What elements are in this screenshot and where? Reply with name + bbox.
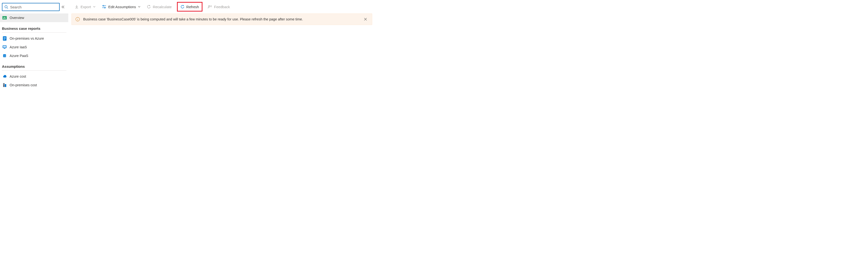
recalculate-label: Recalculate bbox=[153, 5, 172, 9]
nav-item-label: Azure cost bbox=[10, 74, 26, 78]
nav-item-label: Azure IaaS bbox=[10, 45, 27, 49]
svg-point-24 bbox=[104, 7, 105, 8]
svg-point-25 bbox=[209, 5, 210, 7]
section-reports-header: Business case reports bbox=[0, 22, 68, 32]
nav-azure-paas[interactable]: DB Azure PaaS bbox=[0, 52, 68, 60]
sidebar: Overview Business case reports On-premis… bbox=[0, 0, 68, 110]
recalculate-button[interactable]: Recalculate bbox=[146, 3, 173, 10]
search-row bbox=[0, 3, 68, 13]
search-box[interactable] bbox=[2, 3, 60, 11]
download-icon bbox=[75, 5, 79, 9]
chevron-down-icon bbox=[93, 5, 96, 8]
svg-point-22 bbox=[103, 5, 104, 6]
feedback-button[interactable]: Feedback bbox=[207, 3, 231, 10]
refresh-button[interactable]: Refresh bbox=[177, 2, 203, 11]
export-label: Export bbox=[81, 5, 91, 9]
svg-rect-17 bbox=[4, 84, 4, 84]
recalculate-icon bbox=[147, 5, 151, 9]
info-banner: Business case 'BusinessCase005' is being… bbox=[71, 13, 372, 25]
main: Export Edit Assumptions Recalculate Refr… bbox=[68, 0, 375, 110]
divider bbox=[2, 32, 66, 33]
svg-point-0 bbox=[5, 5, 7, 8]
nav-item-label: On-premises vs Azure bbox=[10, 36, 44, 40]
nav-onprem-vs-azure[interactable]: On-premises vs Azure bbox=[0, 34, 68, 43]
svg-rect-11 bbox=[3, 46, 6, 47]
edit-assumptions-label: Edit Assumptions bbox=[108, 5, 136, 9]
nav-overview-label: Overview bbox=[10, 16, 24, 20]
server-icon bbox=[2, 83, 7, 87]
nav-item-label: Azure PaaS bbox=[10, 54, 28, 58]
monitor-icon bbox=[2, 45, 7, 49]
feedback-icon bbox=[208, 5, 212, 9]
svg-rect-3 bbox=[3, 18, 4, 19]
nav-overview[interactable]: Overview bbox=[0, 13, 68, 22]
svg-rect-5 bbox=[5, 18, 5, 19]
nav-azure-iaas[interactable]: Azure IaaS bbox=[0, 43, 68, 52]
svg-rect-12 bbox=[4, 48, 5, 49]
svg-rect-4 bbox=[4, 17, 5, 19]
svg-rect-16 bbox=[5, 84, 6, 87]
nav-item-label: On-premises cost bbox=[10, 83, 37, 87]
chevron-double-left-icon bbox=[61, 5, 65, 9]
svg-rect-18 bbox=[4, 84, 4, 85]
svg-rect-9 bbox=[4, 39, 5, 40]
divider bbox=[2, 70, 66, 71]
sliders-icon bbox=[102, 5, 106, 9]
search-input[interactable] bbox=[10, 5, 57, 9]
feedback-label: Feedback bbox=[214, 5, 230, 9]
collapse-sidebar-button[interactable] bbox=[60, 3, 66, 11]
svg-line-1 bbox=[7, 8, 8, 9]
cloud-icon bbox=[2, 74, 7, 78]
info-icon bbox=[75, 17, 80, 21]
svg-rect-7 bbox=[4, 37, 6, 38]
chevron-down-icon bbox=[138, 5, 141, 8]
nav-onprem-cost[interactable]: On-premises cost bbox=[0, 81, 68, 89]
svg-text:DB: DB bbox=[3, 55, 6, 57]
nav-azure-cost[interactable]: Azure cost bbox=[0, 72, 68, 81]
refresh-icon bbox=[181, 5, 184, 9]
overview-icon bbox=[2, 15, 7, 20]
info-message: Business case 'BusinessCase005' is being… bbox=[83, 17, 360, 21]
close-icon bbox=[364, 18, 367, 21]
section-assumptions-header: Assumptions bbox=[0, 60, 68, 70]
database-icon: DB bbox=[2, 54, 7, 58]
toolbar: Export Edit Assumptions Recalculate Refr… bbox=[68, 0, 375, 13]
svg-rect-8 bbox=[4, 38, 6, 39]
refresh-label: Refresh bbox=[186, 5, 199, 9]
edit-assumptions-button[interactable]: Edit Assumptions bbox=[101, 3, 142, 10]
close-banner-button[interactable] bbox=[363, 17, 368, 22]
document-icon bbox=[2, 36, 7, 41]
search-icon bbox=[4, 5, 8, 9]
export-button[interactable]: Export bbox=[74, 3, 97, 10]
